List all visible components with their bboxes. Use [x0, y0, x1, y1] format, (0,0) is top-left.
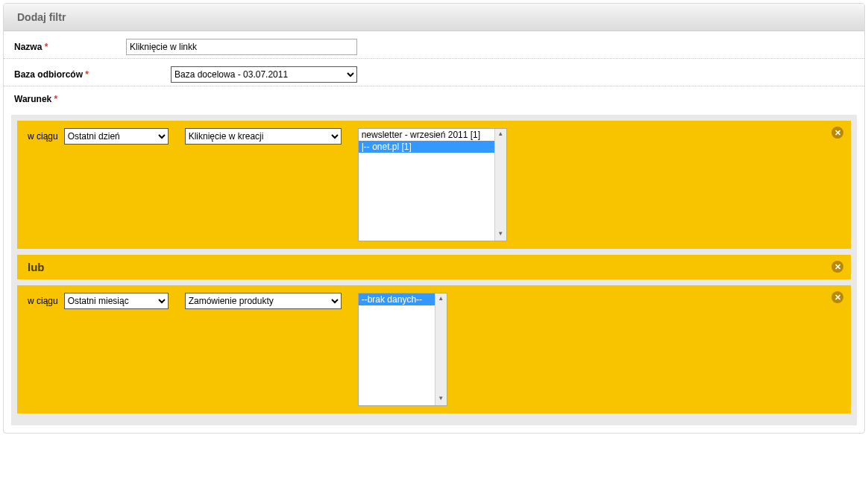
event-select[interactable]: Zamówienie produkty: [185, 293, 342, 309]
details-listbox[interactable]: --brak danych-- ▲ ▼: [358, 293, 447, 406]
time-select[interactable]: Ostatni miesiąc: [64, 293, 169, 309]
event-select[interactable]: Kliknięcie w kreacji: [185, 128, 342, 145]
list-item[interactable]: --brak danych--: [359, 294, 435, 305]
time-select[interactable]: Ostatni dzień: [64, 128, 169, 145]
or-separator: lub ✕: [17, 255, 851, 279]
condition-block: w ciągu Ostatni dzień Kliknięcie w kreac…: [17, 121, 851, 249]
required-asterisk: *: [54, 94, 58, 104]
add-filter-panel: Dodaj filtr Nazwa * Baza odbiorców * Baz…: [3, 3, 865, 434]
label-name: Nazwa *: [14, 42, 126, 52]
listbox-scrollbar[interactable]: ▲ ▼: [494, 129, 506, 241]
listbox-items: --brak danych--: [359, 294, 435, 405]
name-input[interactable]: [126, 39, 357, 55]
label-name-text: Nazwa: [14, 42, 42, 52]
row-name: Nazwa *: [4, 31, 864, 59]
list-item[interactable]: newsletter - wrzesień 2011 [1]: [359, 129, 494, 141]
list-item[interactable]: |-- onet.pl [1]: [359, 141, 494, 153]
label-base-text: Baza odbiorców: [14, 69, 83, 80]
details-listbox[interactable]: newsletter - wrzesień 2011 [1] |-- onet.…: [358, 128, 507, 241]
scroll-down-icon[interactable]: ▼: [435, 393, 447, 405]
scroll-down-icon[interactable]: ▼: [495, 229, 506, 241]
row-condition-label: Warunek *: [4, 86, 864, 110]
conditions-container: w ciągu Ostatni dzień Kliknięcie w kreac…: [11, 115, 857, 425]
listbox-scrollbar[interactable]: ▲ ▼: [435, 294, 447, 405]
w-ciagu-label: w ciągu: [28, 128, 58, 145]
scroll-up-icon[interactable]: ▲: [495, 129, 506, 141]
required-asterisk: *: [45, 42, 48, 52]
panel-title: Dodaj filtr: [4, 4, 864, 31]
condition-block: w ciągu Ostatni miesiąc Zamówienie produ…: [17, 285, 851, 413]
label-condition-text: Warunek: [14, 94, 51, 104]
remove-or-button[interactable]: ✕: [831, 261, 843, 273]
remove-condition-button[interactable]: ✕: [831, 127, 843, 139]
label-base: Baza odbiorców *: [14, 69, 126, 80]
required-asterisk: *: [85, 69, 89, 80]
or-label-text: lub: [28, 261, 45, 273]
base-select[interactable]: Baza docelowa - 03.07.2011: [171, 66, 357, 83]
label-condition: Warunek *: [14, 94, 126, 104]
listbox-items: newsletter - wrzesień 2011 [1] |-- onet.…: [359, 129, 494, 241]
row-base: Baza odbiorców * Baza docelowa - 03.07.2…: [4, 59, 864, 86]
w-ciagu-label: w ciągu: [28, 293, 58, 309]
scroll-up-icon[interactable]: ▲: [435, 294, 447, 305]
remove-condition-button[interactable]: ✕: [831, 291, 843, 303]
